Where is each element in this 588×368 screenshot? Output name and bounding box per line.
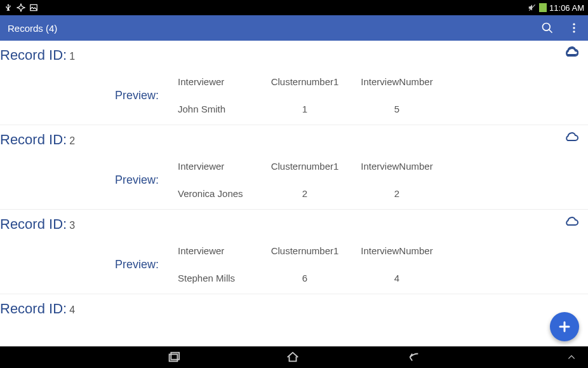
- svg-point-4: [573, 24, 575, 25]
- record-item[interactable]: Record ID: 2 Preview: Interviewer Cluste…: [0, 125, 588, 210]
- col-interviewnum: InterviewNumber: [349, 245, 444, 256]
- record-id-label: Record ID:: [0, 132, 67, 148]
- record-id-label: Record ID:: [0, 301, 67, 317]
- val-cluster: 6: [260, 273, 349, 283]
- col-cluster: Clusternumber1: [260, 161, 349, 172]
- record-id-value: 2: [69, 135, 75, 147]
- col-interviewnum: InterviewNumber: [349, 161, 444, 172]
- record-id-label: Record ID:: [0, 216, 67, 233]
- image-icon: [29, 3, 38, 12]
- val-interviewnum: 5: [349, 104, 444, 114]
- search-icon[interactable]: [541, 22, 554, 34]
- preview-label: Preview:: [0, 89, 178, 102]
- preview-label: Preview:: [0, 258, 178, 271]
- expand-nav-icon[interactable]: [565, 353, 578, 362]
- record-item[interactable]: Record ID: 3 Preview: Interviewer Cluste…: [0, 210, 588, 294]
- back-button[interactable]: [404, 350, 423, 364]
- gps-icon: [17, 3, 25, 12]
- val-cluster: 1: [260, 104, 349, 114]
- record-id-label: Record ID:: [0, 47, 67, 64]
- record-id-value: 3: [69, 220, 75, 231]
- svg-point-5: [573, 27, 575, 29]
- col-interviewer: Interviewer: [178, 76, 260, 87]
- mute-icon: [528, 3, 537, 12]
- cloud-sync-icon[interactable]: [561, 130, 582, 148]
- record-id-value: 1: [69, 51, 75, 62]
- cloud-sync-icon[interactable]: [561, 44, 582, 62]
- nav-bar: [0, 346, 588, 368]
- status-bar: 11:06 AM: [0, 0, 588, 15]
- battery-icon: [539, 3, 547, 12]
- col-interviewer: Interviewer: [178, 161, 260, 172]
- col-interviewer: Interviewer: [178, 245, 260, 256]
- col-interviewnum: InterviewNumber: [349, 76, 444, 87]
- home-button[interactable]: [283, 350, 302, 364]
- col-cluster: Clusternumber1: [260, 245, 349, 256]
- preview-label: Preview:: [0, 174, 178, 187]
- record-item[interactable]: Record ID: 4: [0, 294, 588, 317]
- svg-line-3: [549, 30, 552, 33]
- val-interviewer: Stephen Mills: [178, 273, 260, 283]
- svg-point-6: [573, 31, 575, 32]
- val-interviewnum: 2: [349, 188, 444, 199]
- app-title: Records (4): [8, 23, 57, 34]
- recent-apps-button[interactable]: [165, 350, 182, 364]
- add-record-fab[interactable]: [550, 312, 579, 341]
- val-cluster: 2: [260, 188, 349, 199]
- app-bar: Records (4): [0, 15, 588, 41]
- val-interviewer: Veronica Jones: [178, 188, 260, 199]
- svg-point-2: [543, 24, 551, 31]
- records-list[interactable]: Record ID: 1 Preview: Interviewer Cluste…: [0, 41, 588, 346]
- record-id-value: 4: [69, 304, 75, 316]
- val-interviewer: John Smith: [178, 104, 260, 114]
- usb-icon: [4, 3, 13, 12]
- record-item[interactable]: Record ID: 1 Preview: Interviewer Cluste…: [0, 41, 588, 125]
- cloud-sync-icon[interactable]: [561, 215, 582, 233]
- overflow-menu-icon[interactable]: [568, 22, 580, 34]
- val-interviewnum: 4: [349, 273, 444, 283]
- status-time: 11:06 AM: [549, 3, 584, 13]
- col-cluster: Clusternumber1: [260, 76, 349, 87]
